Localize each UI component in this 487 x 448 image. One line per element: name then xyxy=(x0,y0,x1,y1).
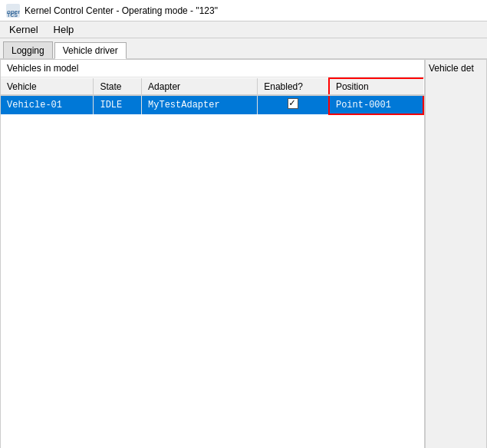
svg-text:TCS: TCS xyxy=(7,12,18,18)
menu-bar: Kernel Help xyxy=(0,21,487,38)
vehicles-panel: Vehicles in model Vehicle State Adapter … xyxy=(1,60,425,448)
table-header-row: Vehicle State Adapter Enabled? Position xyxy=(1,78,423,95)
window-title: Kernel Control Center - Operating mode -… xyxy=(25,5,218,16)
vehicles-table-container: Vehicle State Adapter Enabled? Position … xyxy=(1,77,424,448)
menu-kernel[interactable]: Kernel xyxy=(6,24,41,35)
col-header-adapter: Adapter xyxy=(142,78,258,95)
col-header-enabled: Enabled? xyxy=(258,78,329,95)
table-row[interactable]: Vehicle-01IDLEMyTestAdapterPoint-0001 xyxy=(1,95,423,114)
col-header-vehicle: Vehicle xyxy=(1,78,94,95)
cell-position: Point-0001 xyxy=(329,95,423,114)
cell-adapter: MyTestAdapter xyxy=(142,95,258,114)
vehicles-tbody: Vehicle-01IDLEMyTestAdapterPoint-0001 xyxy=(1,95,423,114)
main-content: Vehicles in model Vehicle State Adapter … xyxy=(0,59,487,448)
app-logo-icon: open TCS xyxy=(6,4,20,18)
cell-state: IDLE xyxy=(94,95,142,114)
tab-vehicle-driver[interactable]: Vehicle driver xyxy=(54,42,127,59)
vehicle-detail-panel: Vehicle det xyxy=(425,60,486,448)
menu-help[interactable]: Help xyxy=(51,24,77,35)
vehicles-panel-title: Vehicles in model xyxy=(1,60,424,77)
tabs-bar: Logging Vehicle driver xyxy=(0,38,487,59)
col-header-state: State xyxy=(94,78,142,95)
col-header-position: Position xyxy=(329,78,423,95)
title-bar: open TCS Kernel Control Center - Operati… xyxy=(0,0,487,21)
enabled-checkbox-icon xyxy=(288,98,298,109)
tab-logging[interactable]: Logging xyxy=(3,41,53,58)
cell-vehicle: Vehicle-01 xyxy=(1,95,94,114)
vehicle-detail-title: Vehicle det xyxy=(429,63,474,74)
cell-enabled xyxy=(258,95,329,114)
vehicles-table: Vehicle State Adapter Enabled? Position … xyxy=(1,77,424,115)
